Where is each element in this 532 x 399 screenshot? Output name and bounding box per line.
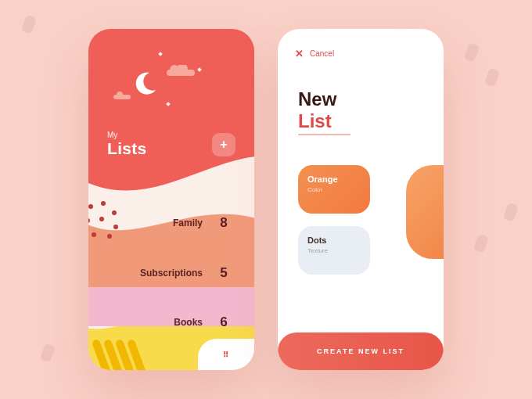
moon-icon: [132, 71, 157, 96]
title-line2: List: [298, 110, 350, 135]
list-name: Books: [174, 317, 203, 328]
cloud-icon: [167, 65, 195, 76]
cancel-label: Cancel: [310, 49, 334, 58]
list-count: 6: [217, 315, 231, 330]
svg-point-4: [117, 92, 123, 98]
header-title: Lists: [107, 139, 147, 157]
menu-tab-button[interactable]: ⠿: [198, 339, 254, 370]
lists-screen: My Lists + Family 8 Subscriptions 5 Book…: [88, 29, 254, 370]
option-subtitle: Texture: [307, 247, 361, 254]
add-list-button[interactable]: +: [212, 133, 235, 156]
menu-icon: ⠿: [223, 350, 230, 359]
texture-option-card[interactable]: Dots Texture: [298, 226, 370, 275]
create-label: CREATE NEW LIST: [317, 347, 404, 355]
list-name: Family: [173, 217, 203, 228]
option-title: Dots: [307, 235, 361, 245]
list-row-books[interactable]: Books 6: [88, 315, 254, 330]
list-row-subscriptions[interactable]: Subscriptions 5: [88, 265, 254, 281]
color-option-card[interactable]: Orange Color: [298, 165, 370, 214]
list-row-family[interactable]: Family 8: [88, 215, 254, 231]
list-count: 5: [217, 265, 231, 281]
page-title: New List: [298, 88, 350, 135]
option-title: Orange: [307, 174, 361, 184]
night-illustration: [88, 45, 254, 131]
cloud-icon: [113, 92, 131, 99]
header-small: My: [107, 131, 147, 139]
lists-header: My Lists +: [107, 131, 235, 158]
close-icon: ✕: [295, 48, 304, 59]
list-count: 8: [217, 215, 231, 231]
title-line1: New: [298, 88, 350, 110]
list-name: Subscriptions: [140, 268, 203, 279]
option-subtitle: Color: [307, 186, 361, 193]
new-list-screen: ✕ Cancel New List Orange Color Dots Text…: [278, 29, 444, 370]
create-list-button[interactable]: CREATE NEW LIST: [278, 332, 444, 370]
cancel-button[interactable]: ✕ Cancel: [295, 48, 334, 59]
color-preview: [406, 165, 444, 259]
